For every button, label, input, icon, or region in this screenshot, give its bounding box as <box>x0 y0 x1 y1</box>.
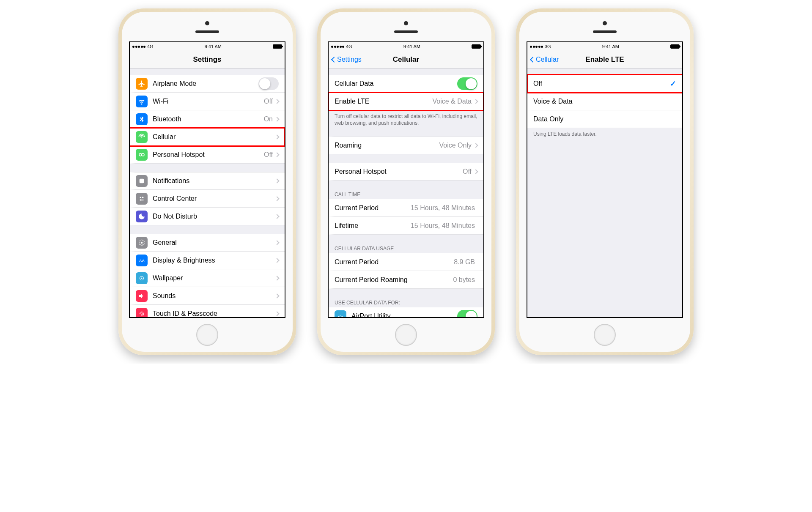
chevron-right-icon <box>274 214 279 219</box>
row-airport-utility[interactable]: AirPort Utility <box>329 307 483 317</box>
row-label: Off <box>533 80 670 88</box>
screen-cellular: 4G 9:41 AM Settings Cellular Cellular Da… <box>328 41 484 318</box>
row-value: Voice Only <box>439 142 472 149</box>
nav-back-label: Cellular <box>536 56 559 63</box>
row-lte-voice-data[interactable]: Voice & Data <box>527 93 682 110</box>
row-general[interactable]: General <box>130 234 285 252</box>
signal-icon <box>331 46 344 48</box>
row-cellular-data[interactable]: Cellular Data <box>329 75 483 93</box>
row-current-period: Current Period 15 Hours, 48 Minutes <box>329 199 483 217</box>
carrier-label: 3G <box>545 44 551 49</box>
svg-text:AA: AA <box>139 258 145 263</box>
row-notifications[interactable]: Notifications <box>130 172 285 190</box>
bluetooth-icon <box>136 113 148 125</box>
row-wifi[interactable]: Wi-Fi Off <box>130 93 285 110</box>
chevron-right-icon <box>274 196 279 201</box>
row-value: On <box>264 115 273 123</box>
svg-point-0 <box>139 153 142 156</box>
status-bar: 4G 9:41 AM <box>130 42 285 51</box>
checkmark-icon: ✓ <box>670 79 676 88</box>
row-label: Control Center <box>153 195 275 203</box>
row-label: General <box>153 239 275 246</box>
phone-2: 4G 9:41 AM Settings Cellular Cellular Da… <box>317 8 495 355</box>
carrier-label: 4G <box>346 44 352 49</box>
svg-point-6 <box>143 199 144 200</box>
home-button[interactable] <box>594 324 616 346</box>
row-label: Voice & Data <box>533 98 676 105</box>
row-value: 15 Hours, 48 Minutes <box>411 204 475 212</box>
row-bluetooth[interactable]: Bluetooth On <box>130 110 285 128</box>
chevron-right-icon <box>274 276 279 280</box>
row-label: Current Period <box>335 204 411 212</box>
row-value: 0 bytes <box>453 276 475 284</box>
home-button[interactable] <box>395 324 417 346</box>
status-time: 9:41 AM <box>403 44 420 49</box>
row-roaming[interactable]: Roaming Voice Only <box>329 137 483 154</box>
chevron-right-icon <box>274 240 279 245</box>
row-label: Cellular Data <box>335 80 457 88</box>
notifications-icon <box>136 175 148 187</box>
nav-title: Enable LTE <box>585 55 624 64</box>
row-label: Do Not Disturb <box>153 213 275 220</box>
row-label: Wi-Fi <box>153 98 264 105</box>
row-value: 15 Hours, 48 Minutes <box>411 222 475 230</box>
row-label: Touch ID & Passcode <box>153 310 275 318</box>
chevron-left-icon <box>331 56 337 62</box>
camera-dot <box>205 21 209 25</box>
status-bar: 4G 9:41 AM <box>329 42 483 51</box>
speaker-slot <box>195 30 219 33</box>
row-value: Voice & Data <box>433 98 472 105</box>
chevron-left-icon <box>530 56 536 62</box>
home-button[interactable] <box>196 324 218 346</box>
nav-back-button[interactable]: Settings <box>332 56 362 63</box>
row-personal-hotspot[interactable]: Personal Hotspot Off <box>130 146 285 164</box>
svg-rect-2 <box>140 179 144 183</box>
row-cellular[interactable]: Cellular <box>130 128 285 146</box>
row-label: Roaming <box>335 142 439 149</box>
gear-icon <box>136 237 148 249</box>
row-label: Current Period <box>335 258 454 266</box>
speaker-slot <box>593 30 617 33</box>
row-label: AirPort Utility <box>351 312 457 317</box>
row-label: Lifetime <box>335 222 411 230</box>
chevron-right-icon <box>274 178 279 183</box>
battery-icon <box>670 44 680 49</box>
dnd-icon <box>136 211 148 222</box>
row-display-brightness[interactable]: AA Display & Brightness <box>130 252 285 269</box>
sounds-icon <box>136 290 148 302</box>
row-sounds[interactable]: Sounds <box>130 287 285 305</box>
row-airplane-mode[interactable]: Airplane Mode <box>130 75 285 93</box>
row-lte-off[interactable]: Off ✓ <box>527 75 682 93</box>
cellular-data-toggle[interactable] <box>457 77 477 90</box>
chevron-right-icon <box>274 99 279 104</box>
row-value: Off <box>264 151 273 159</box>
row-usage-current-period: Current Period 8.9 GB <box>329 253 483 271</box>
chevron-right-icon <box>274 311 279 316</box>
row-personal-hotspot[interactable]: Personal Hotspot Off <box>329 163 483 181</box>
row-enable-lte[interactable]: Enable LTE Voice & Data <box>329 93 483 110</box>
chevron-right-icon <box>274 152 279 157</box>
wallpaper-icon <box>136 272 148 284</box>
row-touch-id-passcode[interactable]: Touch ID & Passcode <box>130 305 285 317</box>
row-control-center[interactable]: Control Center <box>130 190 285 208</box>
signal-icon <box>530 46 543 48</box>
svg-rect-5 <box>140 199 142 200</box>
row-lte-data-only[interactable]: Data Only <box>527 110 682 128</box>
airplane-toggle[interactable] <box>258 77 279 90</box>
nav-back-button[interactable]: Cellular <box>531 56 559 63</box>
screen-settings: 4G 9:41 AM Settings Airplane Mode <box>129 41 285 318</box>
screen-enable-lte: 3G 9:41 AM Cellular Enable LTE Off <box>527 41 683 318</box>
row-label: Airplane Mode <box>153 80 258 88</box>
svg-point-3 <box>140 197 141 198</box>
chevron-right-icon <box>473 143 478 148</box>
row-label: Personal Hotspot <box>153 151 264 159</box>
row-do-not-disturb[interactable]: Do Not Disturb <box>130 208 285 225</box>
chevron-right-icon <box>274 293 279 298</box>
battery-icon <box>472 44 481 49</box>
group-header: USE CELLULAR DATA FOR: <box>329 297 483 307</box>
svg-point-10 <box>141 277 143 279</box>
nav-title: Cellular <box>393 55 419 64</box>
row-wallpaper[interactable]: Wallpaper <box>130 269 285 287</box>
airport-toggle[interactable] <box>457 310 477 317</box>
cellular-icon <box>136 131 148 143</box>
